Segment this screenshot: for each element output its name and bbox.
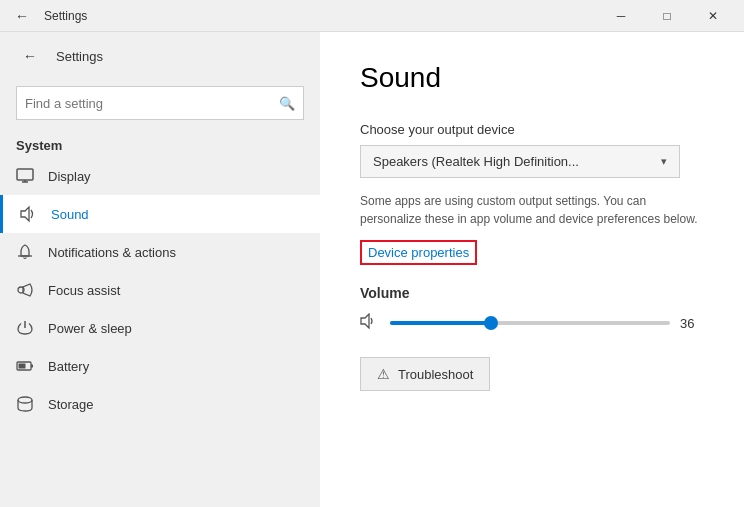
titlebar-title: Settings [44,9,87,23]
minimize-button[interactable]: ─ [598,0,644,32]
output-device-dropdown[interactable]: Speakers (Realtek High Definition... ▾ [360,145,680,178]
volume-label: Volume [360,285,704,301]
volume-thumb[interactable] [484,316,498,330]
focus-icon [16,281,34,299]
content-area: Sound Choose your output device Speakers… [320,32,744,507]
volume-value: 36 [680,316,704,331]
volume-fill [390,321,491,325]
back-button[interactable]: ← [8,2,36,30]
sidebar-item-battery[interactable]: Battery [0,347,320,385]
volume-slider[interactable] [390,313,670,333]
sidebar-item-sound[interactable]: Sound [0,195,320,233]
volume-track [390,321,670,325]
info-text: Some apps are using custom output settin… [360,192,704,228]
page-title: Sound [360,62,704,94]
sidebar-item-power[interactable]: Power & sleep [0,309,320,347]
close-button[interactable]: ✕ [690,0,736,32]
sound-icon [19,205,37,223]
sidebar-nav-row: ← Settings [0,32,320,80]
titlebar-left: ← Settings [8,2,87,30]
battery-icon [16,357,34,375]
svg-marker-3 [21,207,29,221]
sidebar-item-sound-label: Sound [51,207,89,222]
sidebar-item-display-label: Display [48,169,91,184]
chevron-down-icon: ▾ [661,155,667,168]
storage-icon [16,395,34,413]
volume-speaker-icon [360,313,380,333]
search-box[interactable]: 🔍 [16,86,304,120]
system-section-label: System [0,130,320,157]
notifications-icon [16,243,34,261]
titlebar-controls: ─ □ ✕ [598,0,736,32]
svg-rect-0 [17,169,33,180]
power-icon [16,319,34,337]
sidebar: ← Settings 🔍 System Display [0,32,320,507]
svg-marker-10 [361,314,369,328]
svg-rect-7 [31,365,33,368]
search-input[interactable] [25,96,273,111]
sidebar-item-notifications[interactable]: Notifications & actions [0,233,320,271]
display-icon [16,167,34,185]
warning-icon: ⚠ [377,366,390,382]
titlebar: ← Settings ─ □ ✕ [0,0,744,32]
sidebar-item-battery-label: Battery [48,359,89,374]
sidebar-item-storage[interactable]: Storage [0,385,320,423]
sidebar-item-display[interactable]: Display [0,157,320,195]
sidebar-item-power-label: Power & sleep [48,321,132,336]
sidebar-item-focus-label: Focus assist [48,283,120,298]
maximize-button[interactable]: □ [644,0,690,32]
sidebar-item-storage-label: Storage [48,397,94,412]
svg-point-9 [18,397,32,403]
sidebar-app-title: Settings [56,49,103,64]
troubleshoot-label: Troubleshoot [398,367,473,382]
svg-rect-8 [19,364,26,369]
device-properties-link[interactable]: Device properties [360,240,477,265]
troubleshoot-button[interactable]: ⚠ Troubleshoot [360,357,490,391]
search-icon: 🔍 [279,96,295,111]
volume-row: 36 [360,313,704,333]
output-device-label: Choose your output device [360,122,704,137]
sidebar-back-button[interactable]: ← [16,42,44,70]
sidebar-item-notifications-label: Notifications & actions [48,245,176,260]
output-device-value: Speakers (Realtek High Definition... [373,154,579,169]
sidebar-item-focus[interactable]: Focus assist [0,271,320,309]
main-layout: ← Settings 🔍 System Display [0,32,744,507]
